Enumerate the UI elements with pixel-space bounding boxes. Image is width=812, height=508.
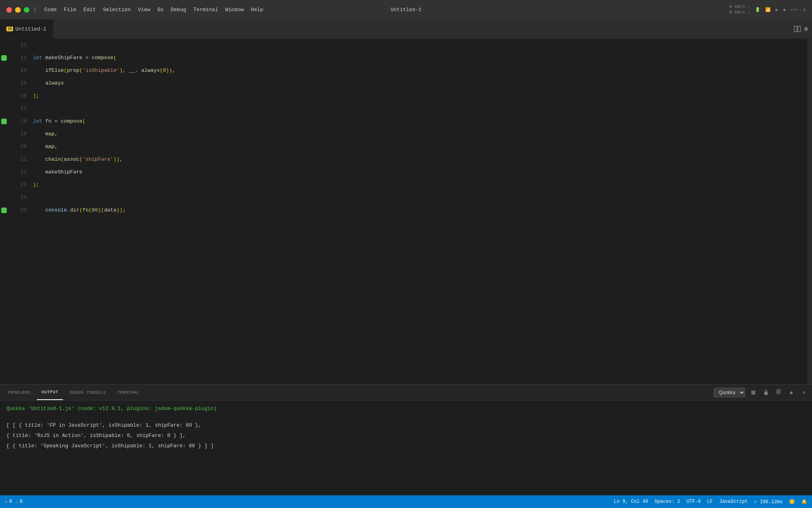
menu-terminal[interactable]: Terminal <box>193 7 218 13</box>
smiley-icon[interactable]: 🙂 <box>789 499 795 505</box>
statusbar: ✕ 0 ⚠ 0 Ln 9, Col 48 Spaces: 2 UTF-8 LF … <box>0 495 812 508</box>
warning-number: 0 <box>20 499 23 504</box>
panel-selector[interactable]: Quokka <box>714 388 745 397</box>
menu-debug[interactable]: Debug <box>171 7 186 13</box>
warning-icon: ⚠ <box>15 499 18 505</box>
error-count[interactable]: ✕ 0 ⚠ 0 <box>5 499 23 505</box>
output-line-1: [ [ { title: 'FP in JavaScript', isShipa… <box>6 420 806 431</box>
code-line-15: always <box>33 77 807 90</box>
menu-code[interactable]: Code <box>44 7 57 13</box>
spaces-indicator[interactable]: Spaces: 2 <box>655 499 680 504</box>
menu-file[interactable]: File <box>64 7 76 13</box>
status-right: Ln 9, Col 48 Spaces: 2 UTF-8 LF JavaScri… <box>614 499 807 505</box>
settings-dot[interactable] <box>804 27 808 31</box>
menu-view[interactable]: View <box>138 7 150 13</box>
apple-menu[interactable]:  <box>34 7 37 13</box>
lock-button[interactable] <box>761 388 771 397</box>
js-icon: JS <box>6 27 13 31</box>
encoding-indicator[interactable]: UTF-8 <box>687 499 701 504</box>
cursor-position[interactable]: Ln 9, Col 48 <box>614 499 648 504</box>
menu-window[interactable]: Window <box>225 7 244 13</box>
gutter <box>0 39 8 384</box>
status-left: ✕ 0 ⚠ 0 <box>5 499 23 505</box>
titlebar-right: 0 KB/s ↑ 0 KB/s ↓ 🔋 📶 ▶ ◆ ••• ≡ <box>730 4 806 15</box>
code-line-21: chain(assoc('shipFare')), <box>33 153 807 166</box>
battery-icon: 🔋 <box>755 7 760 12</box>
code-container[interactable]: 12 13 14 15 16 17 18 19 20 21 22 23 24 2… <box>0 39 812 384</box>
code-line-24 <box>33 191 807 204</box>
svg-rect-0 <box>794 26 797 32</box>
breakpoint-18 <box>1 119 7 124</box>
code-editor[interactable]: let makeShipFare = compose( ifElse(prop(… <box>30 39 807 384</box>
quokka-time: ✓ 196.12ms <box>754 499 783 505</box>
editor-scrollbar[interactable] <box>807 39 812 384</box>
minimize-button[interactable] <box>15 7 21 13</box>
file-tab[interactable]: JS Untitled-1 <box>0 19 53 38</box>
traffic-lights <box>6 7 29 13</box>
more-icon: ••• <box>791 8 799 12</box>
wifi-icon: 📶 <box>765 7 771 12</box>
code-line-22: makeShipFare <box>33 166 807 179</box>
finder-icon: ◆ <box>783 7 786 12</box>
split-editor-icon[interactable] <box>794 25 801 33</box>
error-icon: ✕ <box>5 499 8 505</box>
breakpoint-13 <box>1 55 7 61</box>
output-line-3: [ { title: 'Speaking JavaScript', isShip… <box>6 441 806 451</box>
network-stats: 0 KB/s ↑ 0 KB/s ↓ <box>730 4 751 15</box>
scroll-up-button[interactable]: ▲ <box>787 388 796 397</box>
code-line-19: map, <box>33 128 807 140</box>
menu-help[interactable]: Help <box>251 7 263 13</box>
bell-icon[interactable]: 🔔 <box>801 499 807 505</box>
code-line-16: ); <box>33 90 807 102</box>
maximize-button[interactable] <box>24 7 29 13</box>
window-title: Untitled-1 <box>391 7 421 13</box>
editor-area: 12 13 14 15 16 17 18 19 20 21 22 23 24 2… <box>0 39 812 495</box>
line-numbers: 12 13 14 15 16 17 18 19 20 21 22 23 24 2… <box>8 39 30 384</box>
list-icon: ≡ <box>803 8 806 12</box>
code-line-25: console.dir(fn(80)(data)); <box>33 204 807 217</box>
code-line-17 <box>33 102 807 115</box>
close-panel-button[interactable]: ✕ <box>799 388 809 397</box>
copy-button[interactable] <box>774 388 783 397</box>
code-line-18: let fn = compose( <box>33 115 807 128</box>
code-line-12 <box>33 39 807 52</box>
tab-filename: Untitled-1 <box>15 26 46 32</box>
code-line-20: map, <box>33 140 807 153</box>
titlebar-left:  Code File Edit Selection View Go Debug… <box>6 7 263 13</box>
menu-selection[interactable]: Selection <box>103 7 130 13</box>
airplay-icon: ▶ <box>776 7 778 12</box>
menu-bar:  Code File Edit Selection View Go Debug… <box>34 7 263 13</box>
error-number: 0 <box>9 499 12 504</box>
language-indicator[interactable]: JavaScript <box>719 499 748 504</box>
code-line-23: ); <box>33 179 807 191</box>
tabbar: JS Untitled-1 <box>0 19 812 39</box>
close-button[interactable] <box>6 7 12 13</box>
tab-debug-console[interactable]: DEBUG CONSOLE <box>65 385 111 400</box>
menu-go[interactable]: Go <box>157 7 164 13</box>
tabbar-right <box>794 25 812 33</box>
code-line-14: ifElse(prop('isShipable'), __, always(0)… <box>33 64 807 77</box>
panel-actions: Quokka ▲ ✕ <box>714 388 809 397</box>
output-panel: PROBLEMS OUTPUT DEBUG CONSOLE TERMINAL Q… <box>0 384 812 495</box>
breakpoint-25 <box>1 208 7 213</box>
panel-tabs: PROBLEMS OUTPUT DEBUG CONSOLE TERMINAL Q… <box>0 385 812 400</box>
titlebar:  Code File Edit Selection View Go Debug… <box>0 0 812 19</box>
tab-terminal[interactable]: TERMINAL <box>113 385 145 400</box>
panel-content: Quokka 'Untitled-1.js' (node: v12.9.1, p… <box>0 400 812 495</box>
code-line-13: let makeShipFare = compose( <box>33 52 807 64</box>
tab-output[interactable]: OUTPUT <box>37 385 63 400</box>
clear-output-button[interactable] <box>749 388 758 397</box>
tab-problems[interactable]: PROBLEMS <box>3 385 35 400</box>
svg-rect-1 <box>798 26 801 32</box>
eol-indicator[interactable]: LF <box>707 499 713 504</box>
menu-edit[interactable]: Edit <box>83 7 96 13</box>
quokka-header-line: Quokka 'Untitled-1.js' (node: v12.9.1, p… <box>6 404 806 414</box>
output-line-2: { title: 'RxJS in Action', isShipable: 0… <box>6 431 806 441</box>
